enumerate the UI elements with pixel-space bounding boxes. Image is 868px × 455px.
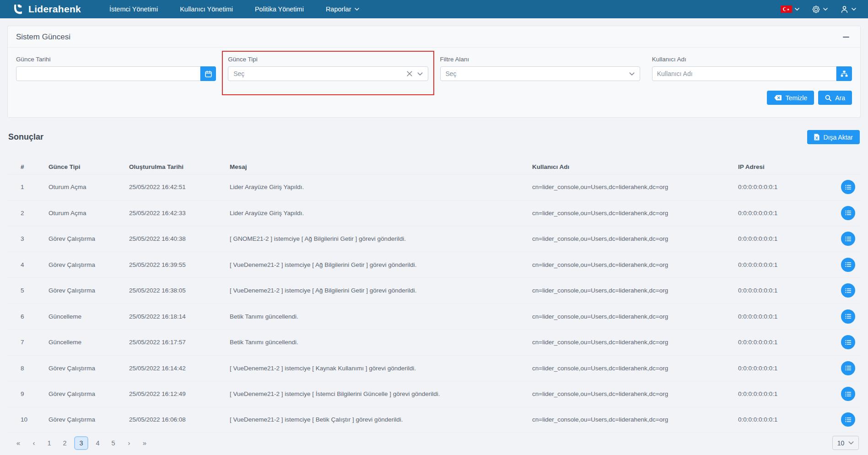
filter-label: Filtre Alanı <box>440 56 640 63</box>
cell-gunce-tipi: Görev Çalıştırma <box>49 261 129 268</box>
filtre-alani-select[interactable]: Seç <box>440 66 640 81</box>
table-row: 2 Oturum Açma 25/05/2022 16:42:33 Lider … <box>8 200 860 226</box>
cell-num: 7 <box>21 339 49 346</box>
cell-gunce-tipi: Görev Çalıştırma <box>49 235 129 242</box>
cell-mesaj: Lider Arayüze Giriş Yapıldı. <box>230 184 532 190</box>
row-detail-button[interactable] <box>841 361 855 375</box>
cell-mesaj: [ VueDeneme21-2 ] istemciye [ Betik Çalı… <box>230 416 532 423</box>
table-row: 4 Görev Çalıştırma 25/05/2022 16:39:55 [… <box>8 252 860 278</box>
cell-ip-adresi: 0:0:0:0:0:0:0:1 <box>738 390 831 397</box>
cell-gunce-tipi: Görev Çalıştırma <box>49 416 129 423</box>
page-button-1[interactable]: 1 <box>43 436 55 450</box>
cell-num: 4 <box>21 261 49 268</box>
cell-ip-adresi: 0:0:0:0:0:0:0:1 <box>738 210 831 217</box>
cell-num: 10 <box>21 416 49 423</box>
row-detail-button[interactable] <box>841 335 855 349</box>
language-selector[interactable]: ★ <box>781 5 799 13</box>
table-body: 1 Oturum Açma 25/05/2022 16:42:51 Lider … <box>8 174 860 433</box>
page-button-2[interactable]: 2 <box>59 436 71 450</box>
pagination-pages: 12345 <box>43 436 119 450</box>
top-navbar: Liderahenk İstemci Yönetimi Kullanıcı Yö… <box>0 0 868 18</box>
cell-olusturulma-tarihi: 25/05/2022 16:18:14 <box>129 313 230 320</box>
chevron-down-icon <box>848 441 854 444</box>
cell-ip-adresi: 0:0:0:0:0:0:0:1 <box>738 365 831 372</box>
next-page-button[interactable]: › <box>123 436 135 450</box>
list-detail-icon <box>845 417 852 422</box>
row-detail-button[interactable] <box>841 412 855 427</box>
filter-label: Günce Tipi <box>228 56 428 63</box>
gunce-tipi-select[interactable]: Seç <box>228 66 428 81</box>
clear-button[interactable]: Temizle <box>767 91 814 105</box>
user-icon <box>840 5 849 14</box>
cell-mesaj: [ VueDeneme21-2 ] istemciye [ Ağ Bilgile… <box>230 261 532 268</box>
cell-olusturulma-tarihi: 25/05/2022 16:12:49 <box>129 390 230 397</box>
brand[interactable]: Liderahenk <box>12 3 81 16</box>
row-detail-button[interactable] <box>841 232 855 246</box>
chevron-down-icon <box>629 72 635 76</box>
menu-item-istemci-yonetimi[interactable]: İstemci Yönetimi <box>109 5 158 13</box>
table-row: 8 Görev Çalıştırma 25/05/2022 16:14:42 [… <box>8 355 860 381</box>
account-menu[interactable] <box>840 5 856 14</box>
cell-gunce-tipi: Güncelleme <box>49 313 129 320</box>
page-button-5[interactable]: 5 <box>107 436 119 450</box>
turkish-flag-icon: ★ <box>781 5 792 13</box>
system-log-panel: Sistem Güncesi Günce Tarihi <box>7 26 861 118</box>
last-page-button[interactable]: » <box>138 436 151 450</box>
cell-kullanici-adi: cn=lider_console,ou=Users,dc=liderahenk,… <box>532 235 738 242</box>
filter-gunce-tipi: Günce Tipi Seç <box>228 56 428 81</box>
filter-row: Günce Tarihi Günce Tipi Seç <box>8 48 860 81</box>
gunce-tarihi-input[interactable] <box>16 66 200 81</box>
list-detail-icon <box>845 288 852 293</box>
row-detail-button[interactable] <box>841 283 855 298</box>
calendar-icon <box>205 70 212 77</box>
cell-num: 2 <box>21 210 49 217</box>
first-page-button[interactable]: « <box>12 436 24 450</box>
row-detail-button[interactable] <box>841 258 855 272</box>
cell-gunce-tipi: Oturum Açma <box>49 210 129 217</box>
page-content: Sistem Güncesi Günce Tarihi <box>0 18 868 450</box>
kullanici-adi-input[interactable] <box>652 66 836 81</box>
date-picker-button[interactable] <box>200 66 216 81</box>
settings-menu[interactable] <box>812 5 828 14</box>
cell-olusturulma-tarihi: 25/05/2022 16:06:08 <box>129 416 230 423</box>
row-detail-button[interactable] <box>841 206 855 220</box>
chevron-down-icon <box>852 8 856 11</box>
cell-ip-adresi: 0:0:0:0:0:0:0:1 <box>738 287 831 294</box>
cell-olusturulma-tarihi: 25/05/2022 16:42:51 <box>129 184 230 190</box>
menu-item-politika-yonetimi[interactable]: Politika Yönetimi <box>255 5 304 13</box>
col-header-ip-adresi: IP Adresi <box>738 163 831 170</box>
collapse-panel-button[interactable] <box>840 35 852 40</box>
cell-olusturulma-tarihi: 25/05/2022 16:14:42 <box>129 365 230 372</box>
page-button-3[interactable]: 3 <box>74 436 88 450</box>
cell-olusturulma-tarihi: 25/05/2022 16:38:05 <box>129 287 230 294</box>
cell-kullanici-adi: cn=lider_console,ou=Users,dc=liderahenk,… <box>532 390 738 397</box>
cell-mesaj: [ VueDeneme21-2 ] istemciye [ İstemci Bi… <box>230 390 532 397</box>
filter-label: Günce Tarihi <box>16 56 216 63</box>
cell-num: 5 <box>21 287 49 294</box>
list-detail-icon <box>845 184 852 190</box>
table-row: 1 Oturum Açma 25/05/2022 16:42:51 Lider … <box>8 174 860 200</box>
search-button[interactable]: Ara <box>818 91 852 105</box>
row-detail-button[interactable] <box>841 387 855 401</box>
table-row: 5 Görev Çalıştırma 25/05/2022 16:38:05 [… <box>8 277 860 303</box>
search-icon <box>825 95 831 101</box>
page-button-4[interactable]: 4 <box>92 436 104 450</box>
x-clear-icon[interactable] <box>407 71 412 76</box>
cell-mesaj: Betik Tanımı güncellendi. <box>230 339 532 346</box>
user-tree-button[interactable] <box>836 66 852 81</box>
cell-kullanici-adi: cn=lider_console,ou=Users,dc=liderahenk,… <box>532 339 738 346</box>
cell-ip-adresi: 0:0:0:0:0:0:0:1 <box>738 339 831 346</box>
main-menu: İstemci Yönetimi Kullanıcı Yönetimi Poli… <box>109 5 359 13</box>
cell-num: 6 <box>21 313 49 320</box>
export-button[interactable]: Dışa Aktar <box>807 130 860 144</box>
row-detail-button[interactable] <box>841 309 855 324</box>
backspace-icon <box>774 95 782 101</box>
menu-item-raporlar[interactable]: Raporlar <box>326 5 359 13</box>
cell-gunce-tipi: Oturum Açma <box>49 184 129 190</box>
menu-item-kullanici-yonetimi[interactable]: Kullanıcı Yönetimi <box>180 5 233 13</box>
page-size-select[interactable]: 10 <box>832 436 859 450</box>
row-detail-button[interactable] <box>841 180 855 194</box>
prev-page-button[interactable]: ‹ <box>27 436 40 450</box>
list-detail-icon <box>845 391 852 397</box>
cell-olusturulma-tarihi: 25/05/2022 16:40:38 <box>129 235 230 242</box>
